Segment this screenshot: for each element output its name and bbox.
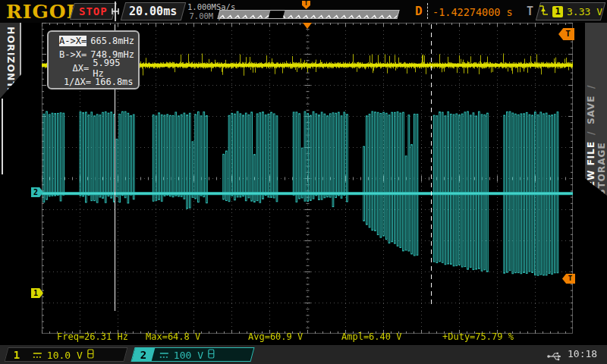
trigger-section-label: T <box>527 5 533 18</box>
menu-item-new-file[interactable]: NEW FILE <box>586 141 596 196</box>
menu-separator: / <box>586 85 596 89</box>
measurement-max: Max=64.8 V <box>146 331 200 342</box>
cursor-dx-label: ΔX= <box>52 63 89 74</box>
channel2-badge[interactable]: 2 100 V <box>131 347 254 362</box>
tab-horizontal-menu[interactable]: HORIZONTAL <box>0 23 21 99</box>
channel1-badge[interactable]: 1 10.0 V <box>4 347 127 362</box>
measurement-avg: Avg=60.9 V <box>248 331 303 342</box>
cursor-ax-label: A->X= <box>59 36 86 46</box>
cursor-row-ax: A->X= 665.8mHz <box>52 34 134 48</box>
cursor-row-dx: ΔX= 5.995 Hz <box>52 61 134 75</box>
measurement-ampl: Ampl=6.40 V <box>341 331 401 342</box>
channel1-number: 1 <box>14 349 20 361</box>
usb-icon <box>546 350 565 364</box>
delay-divider <box>427 3 428 19</box>
waveform-memory-bar[interactable] <box>217 10 399 19</box>
measurement-duty: +Duty=75.79 % <box>442 331 514 342</box>
clock: 10:18 <box>568 348 597 359</box>
menu-item-save[interactable]: SAVE <box>586 95 596 124</box>
dc-coupling-icon <box>159 349 169 360</box>
timebase-badge[interactable]: 20.00ms <box>121 2 186 20</box>
tab-storage-menu[interactable]: NEW FILE / SAVE / STORAGE <box>585 23 607 196</box>
menu-separator: / <box>586 130 596 134</box>
cursor-inv-dx-value: 166.8ms <box>95 77 134 87</box>
channel2-scale: 100 V <box>174 349 203 360</box>
cursor-inv-dx-label: 1/ΔX= <box>52 77 91 87</box>
trigger-position-flag[interactable]: T <box>302 1 310 9</box>
memory-view-window[interactable] <box>269 11 285 18</box>
trigger-source-badge: 1 <box>552 6 563 17</box>
timebase-value: 20.00ms <box>129 5 177 18</box>
trigger-settings-badge[interactable]: 1 3.33 V <box>536 2 605 20</box>
menu-panel-edge <box>2 99 3 174</box>
delay-label: D <box>415 4 423 18</box>
delay-value: -1.42274000 s <box>432 6 513 18</box>
memory-waveform-preview <box>217 14 398 19</box>
cursor-ax-value: 665.8mHz <box>90 36 134 46</box>
oscilloscope-screen: RIGOL STOP 20.00ms 1.000MSa/s 7.00M pts … <box>0 0 607 364</box>
trigger-level-value: 3.33 V <box>567 6 602 17</box>
cursor-bx-label: B->X= <box>52 49 86 60</box>
measurement-freq: Freq=26.31 Hz <box>57 331 128 342</box>
menu-item-storage[interactable]: STORAGE <box>596 142 607 196</box>
run-state-label: STOP <box>79 5 108 17</box>
cursor-measurement-panel: A->X= 665.8mHz B->X= 748.9mHz ΔX= 5.995 … <box>47 30 140 89</box>
trigger-slope-icon <box>539 4 549 19</box>
cursor-dx-value: 5.995 Hz <box>93 58 134 79</box>
bw-limit-icon <box>87 349 94 361</box>
dc-coupling-icon <box>33 349 42 360</box>
tab-horizontal-label: HORIZONTAL <box>5 27 17 103</box>
top-status-bar: RIGOL STOP 20.00ms 1.000MSa/s 7.00M pts … <box>0 0 607 23</box>
channel2-number: 2 <box>140 349 146 361</box>
bw-limit-icon <box>208 349 215 361</box>
horizontal-position-icon <box>110 2 121 24</box>
channel1-scale: 10.0 V <box>47 349 83 360</box>
